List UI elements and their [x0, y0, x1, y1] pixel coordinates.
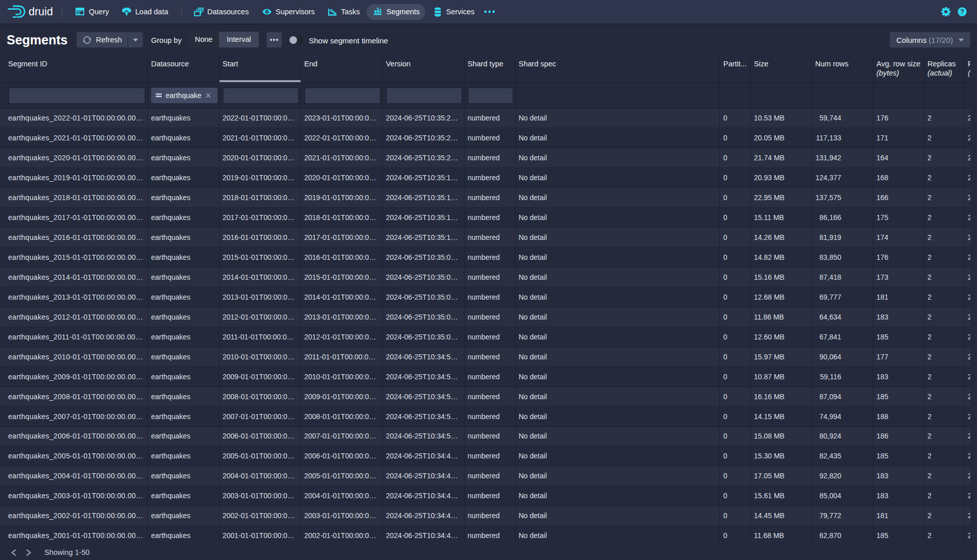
svg-text:?: ?: [960, 8, 964, 15]
